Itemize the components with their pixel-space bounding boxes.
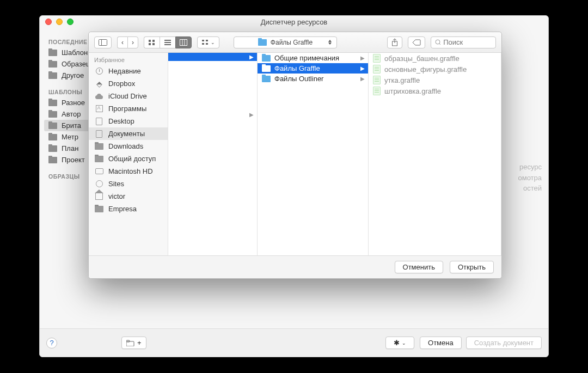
list-icon xyxy=(164,39,171,46)
search-field[interactable] xyxy=(431,36,496,48)
folder-icon xyxy=(48,123,57,129)
favorite-item[interactable]: Недавние xyxy=(89,65,168,77)
view-segment xyxy=(144,36,192,48)
grid-icon xyxy=(148,39,156,46)
column-row[interactable]: Файлы Outliner▶ xyxy=(258,74,368,84)
svg-rect-17 xyxy=(206,43,208,45)
browser-column-2: Общие примечания▶ Файлы Graffle▶ Файлы O… xyxy=(258,53,369,255)
favorite-item[interactable]: victor xyxy=(89,190,168,203)
chevron-right-icon: ▶ xyxy=(249,112,254,118)
svg-rect-4 xyxy=(149,40,151,42)
columns-icon xyxy=(180,39,187,46)
column-row[interactable]: Общие примечания▶ xyxy=(258,53,368,63)
dropbox-icon: ⬘ xyxy=(94,80,104,88)
create-document-button[interactable]: Создать документ xyxy=(466,337,542,349)
nav-segment: ‹ › xyxy=(117,36,138,48)
forward-button[interactable]: › xyxy=(127,36,138,48)
applications-icon xyxy=(94,105,104,113)
file-icon xyxy=(373,65,381,74)
tag-icon xyxy=(412,39,421,46)
help-button[interactable]: ? xyxy=(46,338,57,348)
column-row[interactable]: Файлы Graffle▶ xyxy=(258,63,368,74)
favorite-item[interactable]: iCloud Drive xyxy=(89,90,168,102)
folder-link-icon xyxy=(126,340,135,346)
documents-icon xyxy=(94,130,104,138)
folder-icon xyxy=(258,39,267,46)
column-row[interactable]: ▶ xyxy=(168,53,257,61)
favorite-item[interactable]: Macintosh HD xyxy=(89,165,168,178)
arrange-icon xyxy=(201,39,209,46)
browser-column-3: образцы_башен.graffle основные_фигуры.gr… xyxy=(369,53,501,255)
folder-icon xyxy=(262,76,271,82)
file-icon xyxy=(373,54,381,63)
svg-rect-6 xyxy=(149,43,151,45)
chevron-down-icon: ⌄ xyxy=(211,40,215,45)
titlebar: Диспетчер ресурсов xyxy=(40,16,548,28)
share-button[interactable] xyxy=(387,36,402,48)
favorite-item[interactable]: Downloads xyxy=(89,140,168,152)
chevron-right-icon: ▶ xyxy=(360,55,365,61)
view-columns-button[interactable] xyxy=(175,36,192,48)
open-confirm-button[interactable]: Открыть xyxy=(450,261,494,273)
path-popup-button[interactable]: Файлы Graffle xyxy=(234,36,337,48)
browser-column-1: ▶ ▶ xyxy=(168,53,258,255)
search-input[interactable] xyxy=(443,38,492,46)
back-button[interactable]: ‹ xyxy=(117,36,127,48)
chevron-right-icon: ▶ xyxy=(249,54,254,60)
chevron-right-icon: › xyxy=(132,39,134,46)
column-row[interactable]: образцы_башен.graffle xyxy=(369,53,501,64)
folder-icon xyxy=(48,100,57,106)
favorites-header: Избранное xyxy=(89,53,168,65)
folder-icon xyxy=(48,61,57,68)
svg-line-21 xyxy=(439,44,440,45)
search-icon xyxy=(435,39,440,46)
folder-icon xyxy=(48,145,57,152)
sidebar-icon xyxy=(99,39,107,46)
disk-icon xyxy=(94,168,104,175)
gear-menu-button[interactable]: ✱ ⌄ xyxy=(385,337,414,349)
chevron-right-icon: ▶ xyxy=(360,76,365,82)
updown-icon xyxy=(326,39,334,46)
gear-icon: ✱ xyxy=(394,339,400,347)
cancel-button[interactable]: Отмена xyxy=(420,337,462,349)
folder-icon xyxy=(48,50,57,56)
view-icons-button[interactable] xyxy=(144,36,160,48)
file-icon xyxy=(373,76,381,84)
column-row[interactable]: утка.graffle xyxy=(369,75,501,85)
toggle-sidebar-button[interactable] xyxy=(94,36,112,48)
bottom-toolbar: ? + ✱ ⌄ Отмена Создать документ xyxy=(40,328,548,357)
column-row[interactable]: основные_фигуры.graffle xyxy=(369,64,501,75)
folder-icon xyxy=(48,72,57,79)
svg-point-20 xyxy=(436,40,440,44)
open-panel: ‹ › ⌄ Файлы Graffle xyxy=(88,32,502,279)
favorite-item[interactable]: Sites xyxy=(89,178,168,190)
folder-icon xyxy=(48,134,57,140)
share-icon xyxy=(391,39,398,46)
column-row[interactable]: ▶ xyxy=(168,61,257,121)
view-list-button[interactable] xyxy=(160,36,175,48)
shared-icon xyxy=(94,155,104,163)
favorite-item[interactable]: Empresa xyxy=(89,203,168,215)
svg-rect-15 xyxy=(206,40,208,41)
arrange-button[interactable]: ⌄ xyxy=(197,36,219,48)
folder-icon xyxy=(262,55,271,62)
folder-icon xyxy=(94,205,104,213)
favorite-item[interactable]: Общий доступ xyxy=(89,152,168,165)
favorite-item[interactable]: Программы xyxy=(89,102,168,115)
chevron-down-icon: ⌄ xyxy=(402,340,406,346)
downloads-icon xyxy=(94,143,104,150)
folder-icon xyxy=(48,111,57,118)
cloud-icon xyxy=(94,93,104,100)
favorite-item[interactable]: Документы xyxy=(89,127,168,140)
add-link-button[interactable]: + xyxy=(121,337,146,349)
svg-rect-14 xyxy=(202,40,204,41)
preview-placeholder: ресурс омотра остей xyxy=(518,162,542,194)
favorite-item[interactable]: ⬘Dropbox xyxy=(89,77,168,90)
favorite-item[interactable]: Desktop xyxy=(89,115,168,127)
svg-rect-16 xyxy=(202,43,204,45)
folder-icon xyxy=(48,157,57,163)
open-cancel-button[interactable]: Отменить xyxy=(395,261,443,273)
tags-button[interactable] xyxy=(408,36,425,48)
chevron-left-icon: ‹ xyxy=(121,39,124,46)
column-row[interactable]: штриховка.graffle xyxy=(369,85,501,96)
